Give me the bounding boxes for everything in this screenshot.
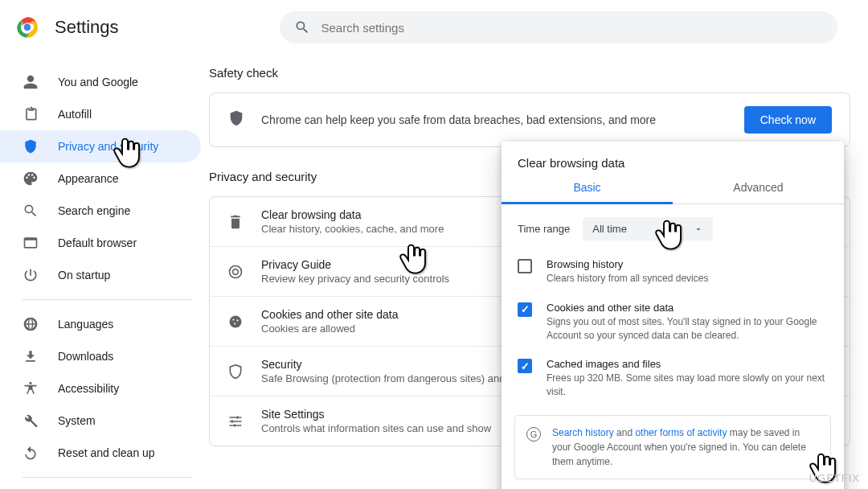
page-title: Settings	[55, 17, 119, 38]
check-now-button[interactable]: Check now	[744, 106, 832, 134]
time-range-label: Time range	[518, 223, 570, 235]
check-sub: Clears history from all synced devices	[547, 272, 708, 286]
download-icon	[23, 348, 39, 364]
chrome-logo-icon	[16, 16, 39, 39]
row-sub: Clear history, cookies, cache, and more	[261, 223, 444, 235]
other-activity-link[interactable]: other forms of activity	[635, 427, 727, 438]
row-sub: Cookies are allowed	[261, 323, 398, 335]
sidebar-item-label: Downloads	[58, 350, 113, 363]
checkbox[interactable]	[518, 359, 532, 373]
chevron-down-icon	[694, 224, 703, 234]
svg-point-8	[234, 323, 235, 324]
svg-point-5	[230, 315, 242, 327]
wrench-icon	[23, 413, 39, 429]
svg-point-7	[236, 319, 238, 321]
trash-icon	[227, 214, 244, 230]
row-sub: Review key privacy and security controls	[261, 273, 449, 285]
sidebar-item-label: Appearance	[58, 172, 119, 185]
row-title: Privacy Guide	[261, 258, 449, 271]
sidebar-item-label: On startup	[58, 269, 110, 281]
safety-check-card: Chrome can help keep you safe from data …	[209, 92, 850, 147]
shield-icon	[227, 109, 245, 130]
search-icon	[23, 203, 39, 219]
shield-outline-icon	[227, 364, 244, 380]
safety-check-heading: Safety check	[209, 66, 850, 80]
sidebar-item-system[interactable]: System	[0, 405, 201, 437]
check-title: Cached images and files	[547, 358, 828, 370]
dialog-title: Clear browsing data	[502, 142, 844, 181]
divider	[23, 299, 193, 300]
svg-point-1	[24, 24, 31, 31]
sidebar-item-label: Reset and clean up	[58, 446, 155, 459]
sidebar-item-you-and-google[interactable]: You and Google	[0, 66, 201, 98]
person-icon	[23, 74, 39, 90]
search-history-link[interactable]: Search history	[552, 427, 614, 438]
svg-point-6	[232, 318, 234, 320]
clipboard-icon	[23, 106, 39, 122]
google-account-notice: G Search history and other forms of acti…	[514, 415, 831, 479]
google-g-icon: G	[526, 427, 541, 442]
sidebar-item-default-browser[interactable]: Default browser	[0, 227, 201, 259]
sidebar-item-privacy-security[interactable]: Privacy and security	[0, 130, 201, 162]
tab-advanced[interactable]: Advanced	[673, 181, 844, 203]
check-cached[interactable]: Cached images and filesFrees up 320 MB. …	[502, 353, 844, 410]
palette-icon	[23, 171, 39, 187]
divider	[23, 477, 193, 478]
check-cookies[interactable]: Cookies and other site dataSigns you out…	[502, 297, 844, 354]
check-browsing-history[interactable]: Browsing historyClears history from all …	[502, 253, 844, 297]
sidebar: You and Google Autofill Privacy and secu…	[0, 55, 209, 489]
check-sub: Frees up 320 MB. Some sites may load mor…	[547, 372, 828, 399]
accessibility-icon	[23, 380, 39, 397]
check-title: Cookies and other site data	[547, 302, 828, 314]
time-range-select[interactable]: All time	[583, 217, 713, 240]
tune-icon	[227, 413, 244, 429]
reset-icon	[23, 445, 39, 461]
sidebar-item-reset[interactable]: Reset and clean up	[0, 437, 201, 469]
search-icon	[294, 19, 310, 35]
checkbox[interactable]	[518, 259, 532, 273]
sidebar-item-search-engine[interactable]: Search engine	[0, 195, 201, 227]
tab-basic[interactable]: Basic	[502, 181, 673, 204]
svg-point-3	[230, 265, 242, 277]
sidebar-item-label: System	[58, 414, 96, 427]
sidebar-item-autofill[interactable]: Autofill	[0, 98, 201, 130]
row-title: Clear browsing data	[261, 208, 444, 221]
sidebar-item-downloads[interactable]: Downloads	[0, 340, 201, 372]
sidebar-item-label: Privacy and security	[58, 140, 158, 153]
clear-browsing-data-dialog: Clear browsing data Basic Advanced Time …	[502, 142, 844, 489]
sidebar-item-appearance[interactable]: Appearance	[0, 162, 201, 195]
sidebar-item-label: Default browser	[58, 236, 137, 249]
sidebar-item-on-startup[interactable]: On startup	[0, 259, 201, 291]
sidebar-item-label: Search engine	[58, 204, 130, 217]
check-sub: Signs you out of most sites. You'll stay…	[547, 315, 828, 343]
svg-point-4	[233, 269, 239, 274]
row-title: Cookies and other site data	[261, 308, 398, 321]
sidebar-item-label: You and Google	[58, 76, 138, 88]
row-sub: Controls what information sites can use …	[261, 422, 491, 434]
sidebar-item-languages[interactable]: Languages	[0, 308, 201, 340]
sidebar-item-accessibility[interactable]: Accessibility	[0, 372, 201, 405]
sidebar-item-extensions[interactable]: Extensions	[0, 486, 201, 489]
shield-icon	[23, 138, 39, 154]
watermark: UGETFIX	[809, 472, 860, 484]
globe-icon	[23, 316, 39, 332]
sidebar-item-label: Accessibility	[58, 382, 119, 395]
cookie-icon	[227, 314, 244, 330]
checkbox[interactable]	[518, 302, 532, 317]
safety-check-text: Chrome can help keep you safe from data …	[261, 113, 744, 126]
sidebar-item-label: Autofill	[58, 108, 92, 121]
browser-icon	[23, 235, 39, 251]
search-box[interactable]	[280, 11, 838, 43]
power-icon	[23, 267, 39, 283]
search-input[interactable]	[321, 21, 824, 35]
row-title: Site Settings	[261, 408, 491, 421]
check-title: Browsing history	[547, 258, 708, 270]
sidebar-item-label: Languages	[58, 318, 113, 331]
target-icon	[227, 264, 244, 280]
